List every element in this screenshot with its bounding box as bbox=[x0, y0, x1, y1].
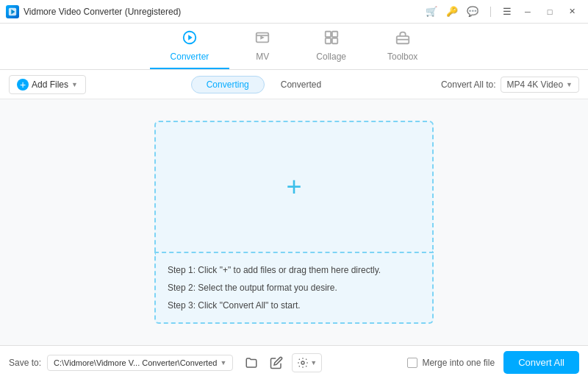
save-path-dropdown[interactable]: C:\Vidmore\Vidmore V... Converter\Conver… bbox=[47, 355, 233, 371]
format-dropdown[interactable]: MP4 4K Video ▼ bbox=[501, 77, 579, 93]
svg-rect-6 bbox=[325, 32, 330, 37]
svg-point-12 bbox=[301, 361, 304, 364]
toolbar: + Add Files ▼ Converting Converted Conve… bbox=[0, 70, 588, 99]
step-3: Step 3: Click "Convert All" to start. bbox=[168, 299, 420, 312]
step-1: Step 1: Click "+" to add files or drag t… bbox=[168, 263, 420, 277]
converted-tab[interactable]: Converted bbox=[266, 77, 336, 93]
save-path-dropdown-icon: ▼ bbox=[220, 359, 226, 366]
merge-checkbox[interactable]: Merge into one file bbox=[407, 358, 495, 368]
main-content: + Step 1: Click "+" to add files or drag… bbox=[0, 99, 588, 345]
chat-icon[interactable]: 💬 bbox=[467, 6, 478, 17]
add-files-label: Add Files bbox=[32, 79, 68, 90]
mv-icon bbox=[254, 29, 270, 49]
close-button[interactable]: ✕ bbox=[562, 4, 582, 20]
tab-collage-label: Collage bbox=[316, 52, 346, 62]
menu-icon[interactable]: ☰ bbox=[503, 6, 512, 17]
tab-mv[interactable]: MV bbox=[229, 24, 295, 69]
key-icon[interactable]: 🔑 bbox=[446, 6, 458, 17]
step-2: Step 2: Select the output format you des… bbox=[168, 281, 420, 294]
tab-converter[interactable]: Converter bbox=[150, 24, 230, 69]
converter-icon bbox=[182, 29, 198, 49]
convert-all-to-label: Convert All to: bbox=[441, 79, 496, 90]
settings-icon-button[interactable]: ▼ bbox=[292, 353, 322, 372]
toolbox-icon bbox=[395, 29, 411, 49]
maximize-button[interactable]: □ bbox=[539, 4, 560, 20]
steps-area: Step 1: Click "+" to add files or drag t… bbox=[154, 253, 434, 324]
app-icon bbox=[6, 5, 19, 18]
tab-converter-label: Converter bbox=[171, 52, 209, 62]
title-bar-left: Vidmore Video Converter (Unregistered) bbox=[6, 5, 181, 18]
svg-rect-7 bbox=[332, 32, 337, 37]
save-path-value: C:\Vidmore\Vidmore V... Converter\Conver… bbox=[54, 358, 217, 367]
convert-all-button[interactable]: Convert All bbox=[503, 351, 579, 374]
folder-icon-button[interactable] bbox=[242, 353, 261, 372]
svg-marker-3 bbox=[188, 35, 193, 40]
format-dropdown-icon: ▼ bbox=[566, 81, 573, 88]
footer: Save to: C:\Vidmore\Vidmore V... Convert… bbox=[0, 345, 588, 379]
svg-rect-9 bbox=[332, 38, 337, 43]
title-bar: Vidmore Video Converter (Unregistered) 🛒… bbox=[0, 0, 588, 24]
footer-right: Merge into one file Convert All bbox=[407, 351, 579, 374]
add-files-button[interactable]: + Add Files ▼ bbox=[9, 75, 86, 94]
tab-toolbox[interactable]: Toolbox bbox=[367, 24, 438, 69]
footer-icons: ▼ bbox=[242, 353, 322, 372]
edit-icon-button[interactable] bbox=[267, 353, 286, 372]
tab-collage[interactable]: Collage bbox=[295, 24, 367, 69]
tab-switcher: Converting Converted bbox=[86, 76, 441, 93]
merge-checkbox-box[interactable] bbox=[407, 358, 417, 368]
drop-area-container: + Step 1: Click "+" to add files or drag… bbox=[154, 121, 434, 324]
add-plus-icon: + bbox=[17, 79, 29, 91]
app-title: Vidmore Video Converter (Unregistered) bbox=[24, 7, 181, 17]
drop-plus-icon: + bbox=[286, 174, 301, 200]
svg-rect-8 bbox=[325, 38, 330, 43]
nav-tabs: Converter MV Collage bbox=[0, 24, 588, 70]
cart-icon[interactable]: 🛒 bbox=[426, 6, 437, 17]
drop-zone[interactable]: + bbox=[154, 121, 434, 253]
format-selector: Convert All to: MP4 4K Video ▼ bbox=[441, 77, 579, 93]
settings-dropdown-icon: ▼ bbox=[310, 359, 317, 366]
tab-mv-label: MV bbox=[256, 52, 269, 62]
collage-icon bbox=[323, 29, 340, 49]
minimize-button[interactable]: ─ bbox=[517, 4, 538, 20]
converting-tab[interactable]: Converting bbox=[191, 76, 265, 93]
title-bar-icons: 🛒 🔑 💬 ☰ bbox=[426, 6, 512, 17]
window-controls: ─ □ ✕ bbox=[517, 4, 582, 20]
save-to-label: Save to: bbox=[9, 358, 41, 368]
tab-toolbox-label: Toolbox bbox=[387, 52, 417, 62]
divider bbox=[490, 7, 491, 17]
add-files-dropdown-icon[interactable]: ▼ bbox=[71, 81, 78, 88]
format-value: MP4 4K Video bbox=[507, 79, 564, 90]
merge-label: Merge into one file bbox=[422, 358, 495, 368]
